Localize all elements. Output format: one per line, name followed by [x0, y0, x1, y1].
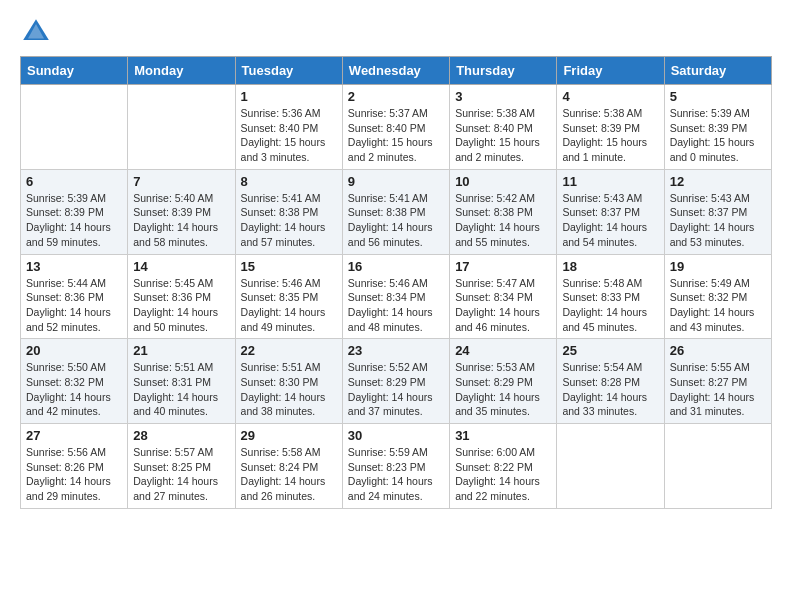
day-info: Sunrise: 5:36 AM Sunset: 8:40 PM Dayligh…: [241, 106, 337, 165]
calendar-cell: 26 Sunrise: 5:55 AM Sunset: 8:27 PM Dayl…: [664, 339, 771, 424]
day-number: 6: [26, 174, 122, 189]
day-number: 2: [348, 89, 444, 104]
sunset-text: Sunset: 8:40 PM: [241, 122, 319, 134]
calendar-header-row: SundayMondayTuesdayWednesdayThursdayFrid…: [21, 57, 772, 85]
calendar-cell: 24 Sunrise: 5:53 AM Sunset: 8:29 PM Dayl…: [450, 339, 557, 424]
calendar-cell: 5 Sunrise: 5:39 AM Sunset: 8:39 PM Dayli…: [664, 85, 771, 170]
sunset-text: Sunset: 8:37 PM: [670, 206, 748, 218]
daylight-text: Daylight: 14 hours and 49 minutes.: [241, 306, 326, 333]
calendar-cell: 4 Sunrise: 5:38 AM Sunset: 8:39 PM Dayli…: [557, 85, 664, 170]
sunrise-text: Sunrise: 5:38 AM: [562, 107, 642, 119]
day-number: 17: [455, 259, 551, 274]
day-number: 26: [670, 343, 766, 358]
sunrise-text: Sunrise: 5:38 AM: [455, 107, 535, 119]
day-info: Sunrise: 5:39 AM Sunset: 8:39 PM Dayligh…: [26, 191, 122, 250]
sunrise-text: Sunrise: 5:59 AM: [348, 446, 428, 458]
day-number: 14: [133, 259, 229, 274]
sunrise-text: Sunrise: 5:53 AM: [455, 361, 535, 373]
daylight-text: Daylight: 14 hours and 33 minutes.: [562, 391, 647, 418]
day-info: Sunrise: 5:56 AM Sunset: 8:26 PM Dayligh…: [26, 445, 122, 504]
sunrise-text: Sunrise: 5:43 AM: [562, 192, 642, 204]
daylight-text: Daylight: 15 hours and 2 minutes.: [455, 136, 540, 163]
day-number: 24: [455, 343, 551, 358]
sunset-text: Sunset: 8:28 PM: [562, 376, 640, 388]
weekday-header-friday: Friday: [557, 57, 664, 85]
day-number: 1: [241, 89, 337, 104]
sunset-text: Sunset: 8:26 PM: [26, 461, 104, 473]
daylight-text: Daylight: 14 hours and 45 minutes.: [562, 306, 647, 333]
weekday-header-saturday: Saturday: [664, 57, 771, 85]
calendar-cell: [128, 85, 235, 170]
day-number: 27: [26, 428, 122, 443]
daylight-text: Daylight: 14 hours and 42 minutes.: [26, 391, 111, 418]
day-number: 4: [562, 89, 658, 104]
calendar-cell: 22 Sunrise: 5:51 AM Sunset: 8:30 PM Dayl…: [235, 339, 342, 424]
day-number: 20: [26, 343, 122, 358]
daylight-text: Daylight: 14 hours and 59 minutes.: [26, 221, 111, 248]
day-info: Sunrise: 5:52 AM Sunset: 8:29 PM Dayligh…: [348, 360, 444, 419]
day-info: Sunrise: 5:43 AM Sunset: 8:37 PM Dayligh…: [670, 191, 766, 250]
day-info: Sunrise: 5:38 AM Sunset: 8:39 PM Dayligh…: [562, 106, 658, 165]
day-number: 28: [133, 428, 229, 443]
daylight-text: Daylight: 15 hours and 2 minutes.: [348, 136, 433, 163]
calendar-cell: 9 Sunrise: 5:41 AM Sunset: 8:38 PM Dayli…: [342, 169, 449, 254]
sunrise-text: Sunrise: 5:54 AM: [562, 361, 642, 373]
calendar-cell: 6 Sunrise: 5:39 AM Sunset: 8:39 PM Dayli…: [21, 169, 128, 254]
day-number: 7: [133, 174, 229, 189]
calendar-cell: 2 Sunrise: 5:37 AM Sunset: 8:40 PM Dayli…: [342, 85, 449, 170]
sunset-text: Sunset: 8:40 PM: [348, 122, 426, 134]
calendar-cell: [21, 85, 128, 170]
weekday-header-sunday: Sunday: [21, 57, 128, 85]
calendar-cell: 31 Sunrise: 6:00 AM Sunset: 8:22 PM Dayl…: [450, 424, 557, 509]
day-info: Sunrise: 5:41 AM Sunset: 8:38 PM Dayligh…: [241, 191, 337, 250]
day-info: Sunrise: 5:49 AM Sunset: 8:32 PM Dayligh…: [670, 276, 766, 335]
day-number: 5: [670, 89, 766, 104]
calendar-week-row: 1 Sunrise: 5:36 AM Sunset: 8:40 PM Dayli…: [21, 85, 772, 170]
day-info: Sunrise: 5:38 AM Sunset: 8:40 PM Dayligh…: [455, 106, 551, 165]
daylight-text: Daylight: 14 hours and 26 minutes.: [241, 475, 326, 502]
calendar-cell: 27 Sunrise: 5:56 AM Sunset: 8:26 PM Dayl…: [21, 424, 128, 509]
calendar-week-row: 6 Sunrise: 5:39 AM Sunset: 8:39 PM Dayli…: [21, 169, 772, 254]
day-info: Sunrise: 5:58 AM Sunset: 8:24 PM Dayligh…: [241, 445, 337, 504]
sunrise-text: Sunrise: 5:36 AM: [241, 107, 321, 119]
day-info: Sunrise: 5:59 AM Sunset: 8:23 PM Dayligh…: [348, 445, 444, 504]
daylight-text: Daylight: 14 hours and 29 minutes.: [26, 475, 111, 502]
sunrise-text: Sunrise: 5:56 AM: [26, 446, 106, 458]
calendar-cell: 13 Sunrise: 5:44 AM Sunset: 8:36 PM Dayl…: [21, 254, 128, 339]
day-info: Sunrise: 5:51 AM Sunset: 8:30 PM Dayligh…: [241, 360, 337, 419]
calendar-cell: 11 Sunrise: 5:43 AM Sunset: 8:37 PM Dayl…: [557, 169, 664, 254]
sunset-text: Sunset: 8:27 PM: [670, 376, 748, 388]
weekday-header-wednesday: Wednesday: [342, 57, 449, 85]
day-number: 31: [455, 428, 551, 443]
sunset-text: Sunset: 8:36 PM: [133, 291, 211, 303]
sunset-text: Sunset: 8:39 PM: [26, 206, 104, 218]
sunrise-text: Sunrise: 5:43 AM: [670, 192, 750, 204]
daylight-text: Daylight: 14 hours and 48 minutes.: [348, 306, 433, 333]
calendar-cell: 8 Sunrise: 5:41 AM Sunset: 8:38 PM Dayli…: [235, 169, 342, 254]
sunset-text: Sunset: 8:29 PM: [455, 376, 533, 388]
daylight-text: Daylight: 14 hours and 46 minutes.: [455, 306, 540, 333]
logo: [20, 16, 56, 48]
day-info: Sunrise: 5:37 AM Sunset: 8:40 PM Dayligh…: [348, 106, 444, 165]
sunrise-text: Sunrise: 5:50 AM: [26, 361, 106, 373]
sunrise-text: Sunrise: 5:41 AM: [241, 192, 321, 204]
daylight-text: Daylight: 14 hours and 35 minutes.: [455, 391, 540, 418]
calendar-cell: 3 Sunrise: 5:38 AM Sunset: 8:40 PM Dayli…: [450, 85, 557, 170]
sunset-text: Sunset: 8:24 PM: [241, 461, 319, 473]
weekday-header-tuesday: Tuesday: [235, 57, 342, 85]
day-info: Sunrise: 5:53 AM Sunset: 8:29 PM Dayligh…: [455, 360, 551, 419]
sunset-text: Sunset: 8:23 PM: [348, 461, 426, 473]
day-number: 3: [455, 89, 551, 104]
day-number: 10: [455, 174, 551, 189]
sunset-text: Sunset: 8:22 PM: [455, 461, 533, 473]
daylight-text: Daylight: 14 hours and 27 minutes.: [133, 475, 218, 502]
day-info: Sunrise: 5:41 AM Sunset: 8:38 PM Dayligh…: [348, 191, 444, 250]
day-number: 22: [241, 343, 337, 358]
sunset-text: Sunset: 8:33 PM: [562, 291, 640, 303]
day-number: 19: [670, 259, 766, 274]
sunset-text: Sunset: 8:40 PM: [455, 122, 533, 134]
day-info: Sunrise: 5:47 AM Sunset: 8:34 PM Dayligh…: [455, 276, 551, 335]
daylight-text: Daylight: 14 hours and 38 minutes.: [241, 391, 326, 418]
sunset-text: Sunset: 8:32 PM: [26, 376, 104, 388]
sunrise-text: Sunrise: 5:39 AM: [670, 107, 750, 119]
